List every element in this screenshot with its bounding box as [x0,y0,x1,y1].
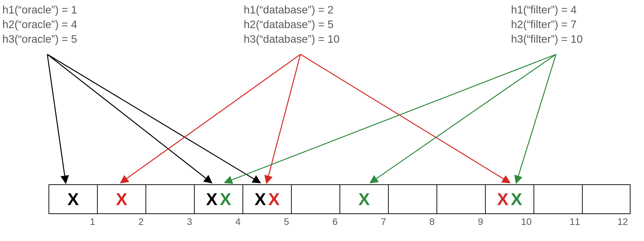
mark-database: X [116,191,127,208]
hash-col-oracle: h1(“oracle”) = 1 h2(“oracle”) = 4 h3(“or… [2,2,77,46]
hash-line: h2(“oracle”) = 4 [2,17,77,32]
cell-index: 4 [236,217,240,227]
hash-line: h1(“database”) = 2 [244,2,340,17]
bit-cell-7: X7 [340,184,388,214]
mark-filter: X [220,191,231,208]
hash-line: h3(“database”) = 10 [244,32,340,46]
cell-index: 8 [430,217,434,227]
mark-database: X [497,191,508,208]
mark-filter: X [511,191,522,208]
arrow-oracle-to-4 [47,54,211,182]
cell-index: 6 [332,217,338,227]
bit-cell-1: X1 [48,184,97,214]
hash-line: h1(“oracle”) = 1 [2,2,77,17]
cell-index: 1 [90,217,95,227]
bit-cell-10: XX10 [485,184,534,214]
hash-line: h3(“oracle”) = 5 [2,32,77,46]
hash-col-database: h1(“database”) = 2 h2(“database”) = 5 h3… [244,2,340,46]
arrow-oracle-to-5 [47,54,260,182]
hash-col-filter: h1(“filter”) = 4 h2(“filter”) = 7 h3(“fi… [511,2,583,46]
bit-array: X1X23XX4XX56X789XX101112 [48,184,630,214]
hash-line: h2(“database”) = 5 [244,17,340,32]
mark-filter: X [358,191,370,208]
arrow-oracle-to-1 [47,54,66,182]
bit-cell-11: 11 [534,184,582,214]
bit-cell-3: 3 [146,184,194,214]
cell-index: 3 [187,217,192,227]
cell-index: 5 [284,217,289,227]
cell-index: 9 [478,217,483,227]
mark-oracle: X [68,191,79,208]
mark-database: X [268,191,280,208]
bit-cell-4: XX4 [194,184,242,214]
arrow-database-to-5 [267,54,301,182]
cell-index: 10 [521,217,532,227]
bit-cell-9: 9 [436,184,485,214]
bloom-filter-diagram: h1(“oracle”) = 1 h2(“oracle”) = 4 h3(“or… [0,0,644,241]
arrow-database-to-2 [121,54,301,182]
cell-index: 12 [618,217,628,227]
mark-oracle: X [206,191,218,208]
hash-line: h2(“filter”) = 7 [511,17,583,32]
arrow-filter-to-10 [516,54,556,182]
arrow-filter-to-7 [371,54,556,182]
bit-cell-2: X2 [97,184,146,214]
mark-oracle: X [254,191,266,208]
cell-index: 2 [138,217,144,227]
arrow-database-to-10 [300,54,510,182]
cell-index: 11 [570,217,580,227]
cell-index: 7 [381,217,386,227]
hash-line: h1(“filter”) = 4 [511,2,583,17]
bit-cell-12: 12 [582,184,630,214]
bit-cell-5: XX5 [242,184,291,214]
bit-cell-6: 6 [291,184,340,214]
hash-line: h3(“filter”) = 10 [511,32,583,46]
arrow-filter-to-4 [226,54,556,182]
bit-cell-8: 8 [388,184,436,214]
